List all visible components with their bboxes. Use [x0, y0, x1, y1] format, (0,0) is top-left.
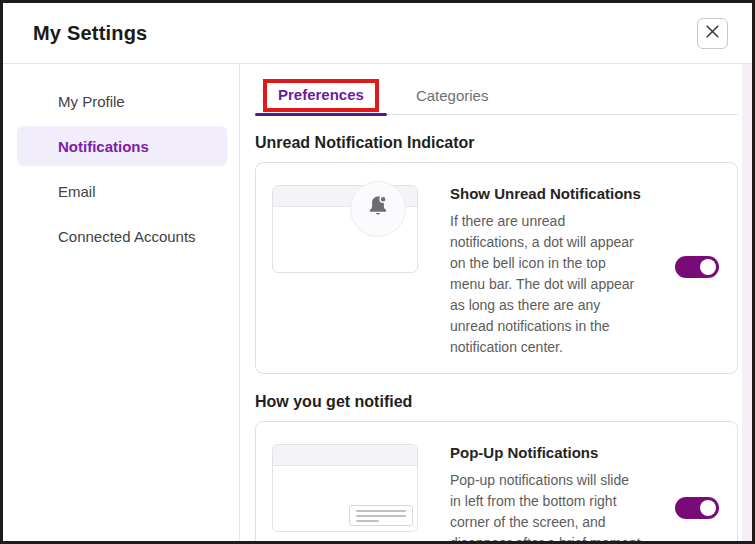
- toggle-show-unread-notifications[interactable]: [675, 256, 719, 278]
- tab-bar: Preferences Categories: [255, 76, 738, 115]
- sidebar-item-email[interactable]: Email: [17, 171, 227, 211]
- bell-badge-circle: [350, 181, 406, 237]
- setting-title: Pop-Up Notifications: [450, 444, 655, 461]
- tab-preferences[interactable]: Preferences: [255, 76, 387, 114]
- settings-content: Preferences Categories Unread Notificati…: [240, 64, 752, 541]
- dialog-header: My Settings: [3, 3, 752, 64]
- bell-icon: [364, 193, 392, 225]
- tab-categories[interactable]: Categories: [387, 76, 518, 114]
- popup-notification-illustration: [272, 435, 430, 544]
- toast-popup-graphic: [349, 505, 413, 526]
- sidebar-item-connected-accounts[interactable]: Connected Accounts: [17, 216, 227, 256]
- mini-window-graphic: [272, 444, 418, 532]
- setting-title: Show Unread Notifications: [450, 185, 655, 202]
- toggle-knob: [700, 259, 716, 275]
- sidebar-item-label: Notifications: [58, 138, 149, 155]
- sidebar-item-label: My Profile: [58, 93, 125, 110]
- settings-sidebar: My Profile Notifications Email Connected…: [3, 64, 240, 541]
- setting-description: Pop-up notifications will slide in left …: [450, 470, 655, 544]
- unread-notification-illustration: [272, 176, 430, 358]
- scrollbar-track[interactable]: [742, 64, 752, 541]
- section-heading-unread-indicator: Unread Notification Indicator: [255, 134, 738, 152]
- close-button[interactable]: [697, 18, 728, 49]
- setting-card-show-unread: Show Unread Notifications If there are u…: [255, 162, 738, 374]
- setting-card-popup-notifications: Pop-Up Notifications Pop-up notification…: [255, 421, 738, 544]
- sidebar-item-label: Email: [58, 183, 96, 200]
- section-heading-how-notified: How you get notified: [255, 393, 738, 411]
- sidebar-item-label: Connected Accounts: [58, 228, 196, 245]
- sidebar-item-my-profile[interactable]: My Profile: [17, 81, 227, 121]
- tab-label: Categories: [416, 87, 489, 104]
- my-settings-dialog: My Settings My Profile Notifications Ema…: [0, 0, 755, 544]
- sidebar-item-notifications[interactable]: Notifications: [17, 126, 227, 166]
- mini-window-graphic: [272, 185, 418, 273]
- toggle-popup-notifications[interactable]: [675, 497, 719, 519]
- annotation-highlight: Preferences: [263, 79, 379, 112]
- mini-window-topbar: [273, 445, 417, 466]
- toggle-knob: [700, 500, 716, 516]
- tab-label: Preferences: [278, 86, 364, 103]
- close-icon: [705, 24, 720, 43]
- setting-description: If there are unread notifications, a dot…: [450, 211, 655, 358]
- dialog-title: My Settings: [33, 22, 147, 45]
